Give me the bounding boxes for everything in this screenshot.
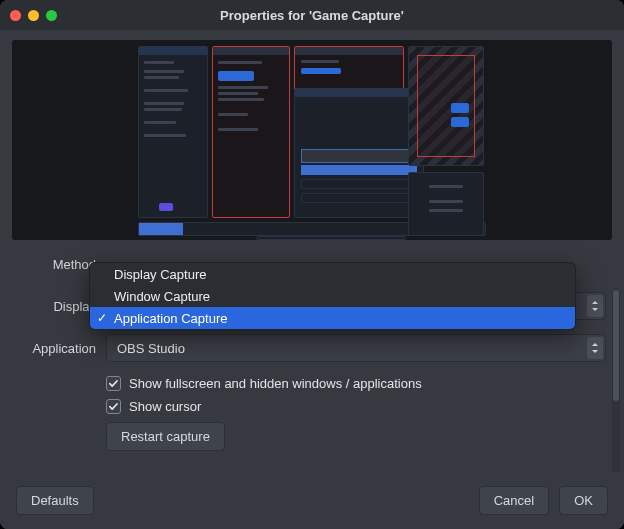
scrollbar[interactable]: [612, 288, 620, 473]
titlebar: Properties for 'Game Capture': [0, 0, 624, 30]
window-title: Properties for 'Game Capture': [0, 8, 624, 23]
restart-capture-button[interactable]: Restart capture: [106, 422, 225, 451]
checkbox-icon: [106, 399, 121, 414]
checkbox-cursor-label: Show cursor: [129, 399, 201, 414]
scrollbar-thumb[interactable]: [613, 290, 619, 401]
application-label: Application: [18, 341, 96, 356]
method-label: Method: [18, 257, 96, 272]
method-option-application-capture[interactable]: Application Capture: [90, 307, 575, 329]
row-application: Application OBS Studio: [18, 334, 606, 362]
application-value: OBS Studio: [117, 341, 185, 356]
stepper-icon: [587, 295, 603, 317]
cancel-button[interactable]: Cancel: [479, 486, 549, 515]
checkbox-cursor-row[interactable]: Show cursor: [106, 399, 606, 414]
footer: Defaults Cancel OK: [0, 474, 624, 529]
method-dropdown[interactable]: Display Capture Window Capture Applicati…: [89, 262, 576, 330]
method-option-window-capture[interactable]: Window Capture: [90, 285, 575, 307]
ok-button[interactable]: OK: [559, 486, 608, 515]
close-icon[interactable]: [10, 10, 21, 21]
checkbox-fullscreen-label: Show fullscreen and hidden windows / app…: [129, 376, 422, 391]
method-option-display-capture[interactable]: Display Capture: [90, 263, 575, 285]
window-controls: [10, 10, 57, 21]
minimize-icon[interactable]: [28, 10, 39, 21]
stepper-icon: [587, 337, 603, 359]
display-label: Display: [18, 299, 96, 314]
checkbox-icon: [106, 376, 121, 391]
properties-window: Properties for 'Game Capture': [0, 0, 624, 529]
window-body: Method Display Built-in Retina Display: …: [0, 30, 624, 529]
source-preview: [12, 40, 612, 240]
application-select[interactable]: OBS Studio: [106, 334, 606, 362]
checkbox-fullscreen-row[interactable]: Show fullscreen and hidden windows / app…: [106, 376, 606, 391]
zoom-icon[interactable]: [46, 10, 57, 21]
defaults-button[interactable]: Defaults: [16, 486, 94, 515]
